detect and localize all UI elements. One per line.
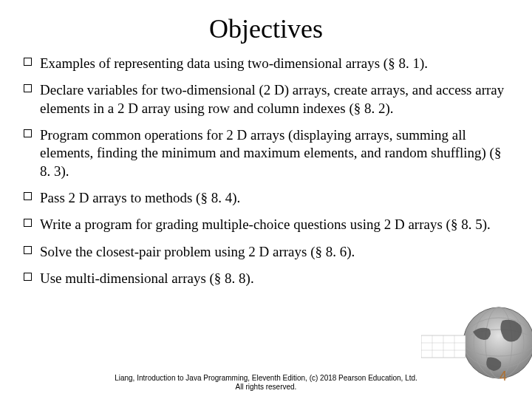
square-bullet-icon	[24, 129, 32, 137]
objective-text: Program common operations for 2 D arrays…	[40, 127, 501, 179]
objective-text: Use multi-dimensional arrays (§ 8. 8).	[40, 270, 254, 286]
objective-text: Pass 2 D arrays to methods (§ 8. 4).	[40, 190, 240, 205]
footer-line-1: Liang, Introduction to Java Programming,…	[0, 374, 532, 383]
list-item: Examples of representing data using two-…	[24, 55, 508, 72]
svg-point-0	[463, 307, 532, 378]
svg-point-3	[485, 307, 512, 378]
svg-point-4	[474, 307, 524, 378]
footer: Liang, Introduction to Java Programming,…	[0, 374, 532, 392]
svg-point-2	[463, 318, 532, 368]
square-bullet-icon	[24, 84, 32, 92]
footer-line-2: All rights reserved.	[0, 383, 532, 392]
square-bullet-icon	[24, 192, 32, 200]
globe-decoration-icon	[421, 291, 532, 380]
objective-text: Solve the closest-pair problem using 2 D…	[40, 244, 355, 259]
objective-text: Examples of representing data using two-…	[40, 55, 428, 71]
list-item: Use multi-dimensional arrays (§ 8. 8).	[24, 270, 508, 287]
objective-text: Write a program for grading multiple-cho…	[40, 216, 491, 232]
list-item: Solve the closest-pair problem using 2 D…	[24, 243, 508, 261]
svg-point-1	[463, 330, 532, 356]
list-item: Declare variables for two-dimensional (2…	[24, 81, 508, 117]
page-title: Objectives	[24, 13, 508, 44]
list-item: Program common operations for 2 D arrays…	[24, 126, 508, 180]
list-item: Write a program for grading multiple-cho…	[24, 216, 508, 233]
page-number: 4	[499, 369, 507, 384]
square-bullet-icon	[24, 246, 32, 254]
square-bullet-icon	[24, 273, 32, 281]
square-bullet-icon	[24, 58, 32, 66]
svg-rect-5	[421, 335, 466, 358]
square-bullet-icon	[24, 219, 32, 227]
slide: Objectives Examples of representing data…	[0, 0, 532, 399]
objectives-list: Examples of representing data using two-…	[24, 55, 508, 287]
list-item: Pass 2 D arrays to methods (§ 8. 4).	[24, 189, 508, 207]
objective-text: Declare variables for two-dimensional (2…	[40, 82, 504, 115]
